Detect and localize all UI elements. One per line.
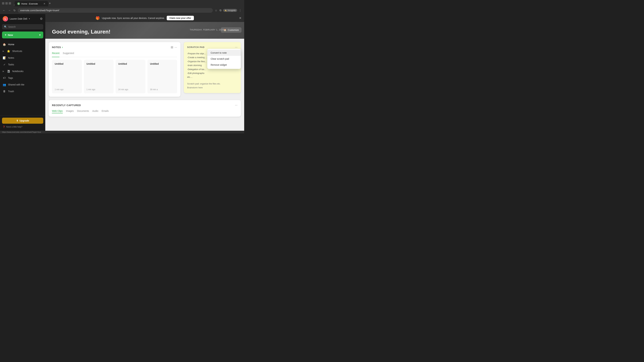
scratch-footer-2: Brainstorm here	[187, 86, 238, 89]
notes-icon: 📝	[3, 56, 6, 59]
scratch-pad-menu-button[interactable]: ···	[235, 45, 238, 49]
incognito-label: Incognito	[228, 9, 236, 11]
title-bar: ‹ 🐘 Home - Evernote ✕ +	[0, 0, 244, 7]
gift-icon: 🎁	[96, 16, 100, 20]
app-container: L Lauren Dale Deli ▾ ⚙ 🔍 Search + New ▾ …	[0, 14, 244, 131]
url-input[interactable]	[18, 8, 213, 13]
sidebar-item-trash[interactable]: 🗑 Trash	[0, 88, 45, 95]
sidebar-item-tasks[interactable]: ✓ Tasks	[0, 61, 45, 68]
trash-icon: 🗑	[3, 90, 6, 93]
rc-tab-web-clips[interactable]: Web Clips	[52, 110, 63, 113]
tab-recent[interactable]: Recent	[52, 52, 59, 57]
bookmark-icon[interactable]: ☆	[214, 8, 218, 13]
chevron-down-icon: ▾	[29, 17, 30, 20]
shortcuts-icon: ⭐	[7, 49, 10, 53]
rc-tab-emails[interactable]: Emails	[102, 110, 109, 113]
settings-button[interactable]: ⚙	[40, 17, 42, 21]
hero-section: Good evening, Lauren! THURSDAY, FEBRUARY…	[45, 22, 244, 39]
recently-captured-more-button[interactable]: ···	[235, 103, 238, 107]
sidebar-header: L Lauren Dale Deli ▾ ⚙	[0, 14, 45, 23]
scratch-pad-header: SCRATCH PAD ···	[187, 45, 238, 49]
new-dropdown-icon: ▾	[39, 33, 40, 36]
scratch-line-7: etc....	[187, 75, 238, 79]
shared-icon: 👥	[3, 83, 6, 86]
sidebar-bottom: ⬆ Upgrade ❓ Need a little help?	[0, 115, 45, 131]
note-time-3: 24 min ago	[118, 88, 143, 91]
extension-icon[interactable]: ⧉	[219, 8, 222, 12]
tags-icon: 🏷	[3, 76, 6, 80]
tab-close-button[interactable]: ✕	[44, 2, 46, 5]
search-label: Search	[8, 25, 16, 28]
maximize-button[interactable]	[5, 2, 8, 4]
search-box[interactable]: 🔍 Search	[2, 24, 43, 29]
banner-message: Upgrade now. Sync across all your device…	[102, 17, 165, 19]
note-title-4: Untitled	[150, 62, 174, 65]
context-item-remove[interactable]: Remove widget	[207, 62, 241, 68]
note-card-3[interactable]: Untitled 24 min ago	[116, 60, 146, 93]
sidebar-item-notes[interactable]: 📝 Notes	[0, 54, 45, 61]
note-card-2[interactable]: Untitled 1 min ago	[84, 60, 114, 93]
active-tab[interactable]: 🐘 Home - Evernote ✕	[14, 1, 48, 6]
context-item-clear[interactable]: Clear scratch pad	[207, 56, 241, 62]
new-button[interactable]: + New ▾	[2, 31, 43, 38]
notes-widget-header: NOTES › ⊞ ···	[52, 45, 177, 49]
menu-button[interactable]: ⋮	[238, 8, 242, 13]
recently-captured-header: RECENTLY CAPTURED ···	[52, 103, 238, 107]
search-icon: 🔍	[4, 25, 7, 28]
sidebar-item-shortcuts-label: Shortcuts	[12, 50, 22, 52]
hero-date: THURSDAY, FEBRUARY 1, 2024	[190, 29, 224, 31]
rc-tab-documents[interactable]: Documents	[77, 110, 89, 113]
customize-button[interactable]: 🏠 Customize	[221, 27, 242, 33]
minimize-button[interactable]	[2, 2, 4, 4]
sidebar-item-tags[interactable]: 🏷 Tags	[0, 75, 45, 81]
rc-tab-audio[interactable]: Audio	[92, 110, 98, 113]
upgrade-banner: 🎁 Upgrade now. Sync across all your devi…	[45, 14, 244, 22]
plus-icon: +	[5, 33, 6, 37]
notes-widget-actions: ⊞ ···	[171, 45, 177, 49]
note-card-4[interactable]: Untitled 39 min a	[148, 60, 177, 93]
customize-label: Customize	[228, 29, 239, 31]
expand-icon: ▶	[3, 50, 4, 52]
new-btn-content: + New	[5, 33, 13, 37]
notes-title-arrow[interactable]: ›	[62, 46, 63, 49]
banner-close-button[interactable]: ✕	[239, 16, 242, 20]
incognito-badge: 🕵 Incognito	[223, 9, 237, 12]
close-button[interactable]	[9, 2, 11, 4]
scratch-line-6: -Edit photographs	[187, 71, 238, 75]
note-card-1[interactable]: Untitled 1 min ago	[52, 60, 82, 93]
status-bar: https://www.evernote.com/client/web?logi…	[0, 131, 244, 133]
note-time-4: 39 min a	[150, 88, 174, 91]
note-time-1: 1 min ago	[55, 88, 79, 91]
claim-button[interactable]: Claim now your offer	[167, 16, 194, 20]
browser-chrome: ‹ 🐘 Home - Evernote ✕ + ← → ↻ ☆ ⧉ 🕵 Inco…	[0, 0, 244, 14]
sidebar-item-notebooks[interactable]: ▶ 📓 Notebooks	[0, 68, 45, 75]
rc-tab-images[interactable]: Images	[66, 110, 74, 113]
notes-view-toggle-button[interactable]: ⊞	[171, 45, 173, 49]
home-icon: 🏠	[3, 43, 6, 46]
new-label: New	[8, 33, 13, 36]
customize-icon: 🏠	[224, 29, 226, 31]
tab-suggested[interactable]: Suggested	[63, 52, 74, 55]
avatar: L	[3, 16, 8, 21]
user-info[interactable]: L Lauren Dale Deli ▾	[3, 16, 30, 21]
upgrade-button[interactable]: ⬆ Upgrade	[2, 118, 43, 124]
sidebar-item-shared-label: Shared with Me	[8, 83, 24, 86]
incognito-icon: 🕵	[224, 9, 227, 11]
user-name: Lauren Dale Deli	[10, 17, 27, 20]
back-button[interactable]: ←	[2, 8, 6, 12]
notes-title-text: NOTES	[52, 46, 61, 49]
reload-button[interactable]: ↻	[13, 8, 16, 13]
forward-button[interactable]: →	[8, 8, 12, 12]
main-content: 🎁 Upgrade now. Sync across all your devi…	[45, 14, 244, 131]
notes-more-button[interactable]: ···	[174, 45, 177, 49]
context-item-convert[interactable]: Convert to note	[207, 50, 241, 56]
sidebar-item-shortcuts[interactable]: ▶ ⭐ Shortcuts	[0, 48, 45, 54]
sidebar-item-shared[interactable]: 👥 Shared with Me	[0, 81, 45, 88]
status-url: https://www.evernote.com/client/web?logi…	[2, 131, 41, 133]
window-controls	[2, 2, 11, 4]
note-title-2: Untitled	[86, 62, 111, 65]
help-text: ❓ Need a little help?	[2, 125, 43, 129]
recently-captured-widget: RECENTLY CAPTURED ··· Web Clips Images D…	[49, 100, 241, 117]
new-tab-button[interactable]: +	[49, 1, 51, 5]
sidebar-item-home[interactable]: 🏠 Home	[0, 41, 45, 48]
